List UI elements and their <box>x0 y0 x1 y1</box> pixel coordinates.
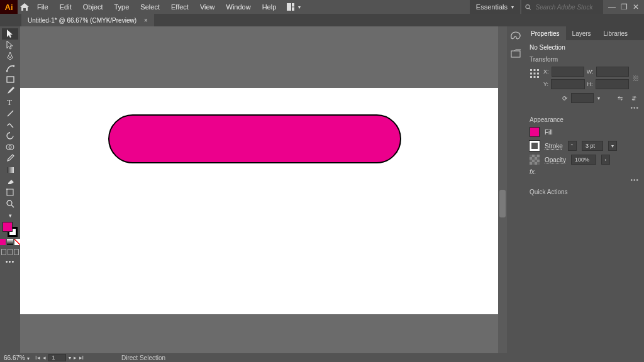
restore-icon[interactable]: ❐ <box>621 3 628 11</box>
rotate-tool[interactable] <box>2 130 18 141</box>
draw-modes[interactable] <box>1 249 19 255</box>
svg-line-4 <box>529 8 530 9</box>
workspace-switcher[interactable]: Essentials ▾ <box>470 0 520 14</box>
zoom-tool[interactable] <box>2 198 18 209</box>
x-field[interactable] <box>552 67 584 77</box>
tab-close-icon[interactable]: × <box>144 17 148 24</box>
more-options-icon[interactable]: ••• <box>530 104 639 111</box>
menu-type[interactable]: Type <box>109 3 135 11</box>
paintbrush-tool[interactable] <box>2 85 18 96</box>
search-stock[interactable] <box>521 0 603 14</box>
menu-object[interactable]: Object <box>77 3 109 11</box>
svg-rect-23 <box>530 73 532 75</box>
menu-select[interactable]: Select <box>135 3 165 11</box>
svg-point-5 <box>9 57 11 58</box>
status-bar: 66.67% ▾ I◂ ◂ 1 ▾ ▸ ▸I Direct Selection <box>0 353 644 362</box>
prev-artboard-icon[interactable]: ◂ <box>43 354 46 361</box>
curvature-tool[interactable] <box>2 62 18 74</box>
opacity-field[interactable]: 100% <box>571 155 596 165</box>
flip-horizontal-icon[interactable]: ⇋ <box>615 93 625 103</box>
artboard-number-field[interactable]: 1 <box>48 354 66 361</box>
canvas-area[interactable] <box>20 26 507 353</box>
zoom-level[interactable]: 66.67% ▾ <box>0 354 31 361</box>
arrange-documents-icon[interactable]: ▾ <box>287 2 304 12</box>
stroke-stepper-icon[interactable]: ⌃ <box>568 141 577 151</box>
menu-bar: Ai File Edit Object Type Select Effect V… <box>0 0 644 14</box>
stroke-profile-dropdown[interactable]: ▾ <box>608 141 617 151</box>
tab-layers[interactable]: Layers <box>566 26 597 40</box>
flip-vertical-icon[interactable]: ⇵ <box>629 93 639 103</box>
y-field[interactable] <box>551 79 585 89</box>
opacity-expand-icon[interactable]: › <box>601 155 610 165</box>
color-panel-icon[interactable] <box>510 31 521 40</box>
svg-rect-2 <box>292 8 294 11</box>
svg-rect-19 <box>511 51 520 57</box>
eraser-tool[interactable] <box>2 175 18 187</box>
stroke-swatch[interactable] <box>530 141 540 151</box>
appearance-section-title: Appearance <box>530 116 639 123</box>
menu-help[interactable]: Help <box>257 3 282 11</box>
rectangle-tool[interactable] <box>2 74 18 85</box>
artboard-tool[interactable] <box>2 187 18 198</box>
eyedropper-tool[interactable] <box>2 153 18 164</box>
svg-rect-14 <box>7 189 13 195</box>
svg-rect-0 <box>287 3 291 11</box>
window-controls: — ❐ ✕ <box>603 3 644 11</box>
gradient-mode-icon[interactable] <box>7 239 13 245</box>
h-field[interactable] <box>596 79 630 89</box>
menu-items: File Edit Object Type Select Effect View… <box>31 3 282 11</box>
artboard[interactable] <box>20 88 498 314</box>
rounded-rectangle-shape[interactable] <box>108 114 401 163</box>
tab-properties[interactable]: Properties <box>525 26 566 40</box>
w-field[interactable] <box>596 67 629 77</box>
rotation-field[interactable] <box>571 93 594 103</box>
menu-edit[interactable]: Edit <box>54 3 77 11</box>
fill-swatch[interactable] <box>530 127 540 137</box>
libraries-panel-icon[interactable] <box>511 49 521 58</box>
svg-point-17 <box>7 200 12 206</box>
more-tools-icon[interactable]: ••• <box>6 258 15 265</box>
tools-panel: T ▾ ••• <box>0 26 20 353</box>
menu-file[interactable]: File <box>31 3 54 11</box>
selection-tool[interactable] <box>2 28 18 40</box>
more-options-icon[interactable]: ••• <box>530 177 639 184</box>
line-segment-tool[interactable] <box>2 107 18 119</box>
home-icon[interactable] <box>18 3 31 11</box>
vertical-scrollbar[interactable] <box>498 26 507 353</box>
first-artboard-icon[interactable]: I◂ <box>35 354 40 361</box>
menu-window[interactable]: Window <box>221 3 257 11</box>
chevron-down-icon[interactable]: ▾ <box>597 96 600 101</box>
reference-point-icon[interactable] <box>530 69 540 80</box>
shape-builder-tool[interactable] <box>2 141 18 153</box>
svg-rect-22 <box>537 69 539 71</box>
svg-rect-21 <box>534 69 536 71</box>
fill-stroke-swatches[interactable] <box>3 222 18 237</box>
menu-effect[interactable]: Effect <box>165 3 194 11</box>
search-icon <box>525 4 531 11</box>
scrollbar-thumb[interactable] <box>499 190 506 217</box>
minimize-icon[interactable]: — <box>608 3 616 11</box>
opacity-swatch[interactable] <box>530 155 540 165</box>
direct-selection-tool[interactable] <box>2 40 18 51</box>
constrain-proportions-icon[interactable]: ⛓ <box>633 75 639 82</box>
stroke-weight-field[interactable]: 3 pt <box>582 141 603 151</box>
last-artboard-icon[interactable]: ▸I <box>79 354 84 361</box>
shaper-tool[interactable] <box>2 119 18 130</box>
chevron-down-icon: ▾ <box>511 4 514 10</box>
pen-tool[interactable] <box>2 51 18 62</box>
close-icon[interactable]: ✕ <box>633 3 639 11</box>
tab-libraries[interactable]: Libraries <box>597 26 634 40</box>
fx-label[interactable]: fx. <box>530 168 639 175</box>
gradient-tool[interactable] <box>2 164 18 175</box>
next-artboard-icon[interactable]: ▸ <box>74 354 77 361</box>
search-input[interactable] <box>535 3 599 11</box>
edit-toolbar-icon[interactable]: ▾ <box>2 212 18 219</box>
color-mode-icon[interactable] <box>0 239 6 245</box>
type-tool[interactable]: T <box>2 96 18 107</box>
menu-view[interactable]: View <box>194 3 221 11</box>
svg-line-10 <box>8 111 13 116</box>
fill-label: Fill <box>545 129 553 136</box>
document-tab[interactable]: Untitled-1* @ 66.67% (CMYK/Preview) × <box>21 14 154 26</box>
fill-swatch[interactable] <box>3 222 13 232</box>
svg-point-3 <box>526 4 530 8</box>
